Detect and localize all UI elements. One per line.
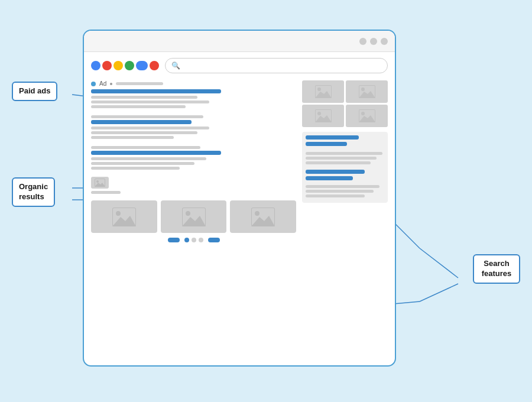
browser-window: 🔍 Ad [83,30,396,367]
paid-ads-label: Paid ads [19,86,50,95]
svg-point-17 [96,180,99,183]
organic-result-1 [91,115,296,139]
search-features-label-2: features [482,269,512,278]
right-footer-3 [306,194,365,197]
small-img-top [91,177,109,189]
ad-desc-bar-2 [91,100,209,103]
search-bar[interactable]: 🔍 [165,58,388,73]
logo-dot-blue [91,61,100,70]
right-img-2 [346,80,388,103]
right-title-bar-2 [306,142,347,146]
right-panel [302,80,388,242]
small-img-top-container [91,177,121,196]
right-link-bar-2 [306,176,353,180]
main-container: 🔍 Ad [12,12,520,390]
large-img-3 [230,200,296,233]
organic-results-annotation: Organic results [12,177,55,207]
ad-label-row: Ad [91,80,296,87]
right-link-bar-1 [306,170,365,174]
large-img-1 [91,200,157,233]
logo-dot-green [125,61,134,70]
right-footer-2 [306,190,374,193]
org1-title-bar [91,120,192,124]
svg-line-11 [420,284,458,302]
page-dot-2[interactable] [192,238,196,242]
google-logo [91,61,159,70]
svg-point-29 [255,211,259,216]
svg-line-8 [420,248,458,278]
image-row [91,200,296,233]
org1-desc-bar-1 [91,127,209,129]
ad-text: Ad [99,80,106,87]
pagination [91,238,296,242]
results-layout: Ad [91,80,388,242]
right-title-bar-1 [306,135,359,140]
org1-desc-bar-3 [91,136,174,139]
svg-point-33 [317,87,321,91]
org2-url-bar [91,146,200,149]
right-img-4 [346,105,388,127]
logo-dot-blue2 [136,61,148,70]
search-features-annotation: Search features [473,254,520,284]
browser-content: 🔍 Ad [84,52,395,365]
organic-results-label-1: Organic [19,182,48,191]
ad-desc-bar-1 [91,96,197,99]
small-img-label [91,191,121,194]
svg-point-21 [116,211,121,216]
ad-result-block [91,89,296,108]
logo-dot-red2 [150,61,159,70]
search-icon: 🔍 [171,61,180,70]
page-dot-1[interactable] [184,238,189,242]
next-page-arrow[interactable] [208,238,220,242]
left-column: Ad [91,80,296,242]
org2-desc-bar-1 [91,157,206,160]
right-footer-1 [306,185,379,188]
browser-dot-1 [359,38,366,45]
svg-point-45 [361,112,365,115]
org2-title-bar [91,151,221,155]
page-dot-3[interactable] [199,238,203,242]
browser-window-controls [359,38,388,45]
ad-url-bar [116,82,163,85]
prev-page-arrow[interactable] [168,238,180,242]
large-img-2 [161,200,227,233]
ad-desc-bar-3 [91,105,186,108]
svg-point-25 [186,211,190,216]
ad-separator-dot [110,83,112,85]
svg-point-41 [317,112,321,115]
organic-results-label-2: results [19,192,44,201]
paid-ads-annotation: Paid ads [12,82,57,101]
right-text-panel [302,132,388,203]
browser-titlebar [84,31,395,52]
page-dots [184,238,203,242]
right-desc-3 [306,161,371,164]
browser-dot-2 [370,38,377,45]
svg-point-37 [361,87,365,91]
organic-result-2 [91,146,296,170]
ad-indicator-dot [91,82,96,86]
search-header: 🔍 [91,58,388,73]
logo-dot-red [102,61,112,70]
right-img-3 [302,105,344,127]
right-img-1 [302,80,344,103]
logo-dot-yellow [113,61,123,70]
org2-desc-bar-3 [91,167,180,170]
ad-title-bar [91,89,221,93]
right-image-grid [302,80,388,127]
search-features-label-1: Search [484,259,509,268]
org1-desc-bar-2 [91,131,197,134]
browser-dot-3 [381,38,388,45]
right-desc-2 [306,157,377,160]
org2-desc-bar-2 [91,162,194,165]
org1-url-bar [91,115,203,118]
image-section [91,177,296,196]
right-desc-1 [306,152,382,155]
